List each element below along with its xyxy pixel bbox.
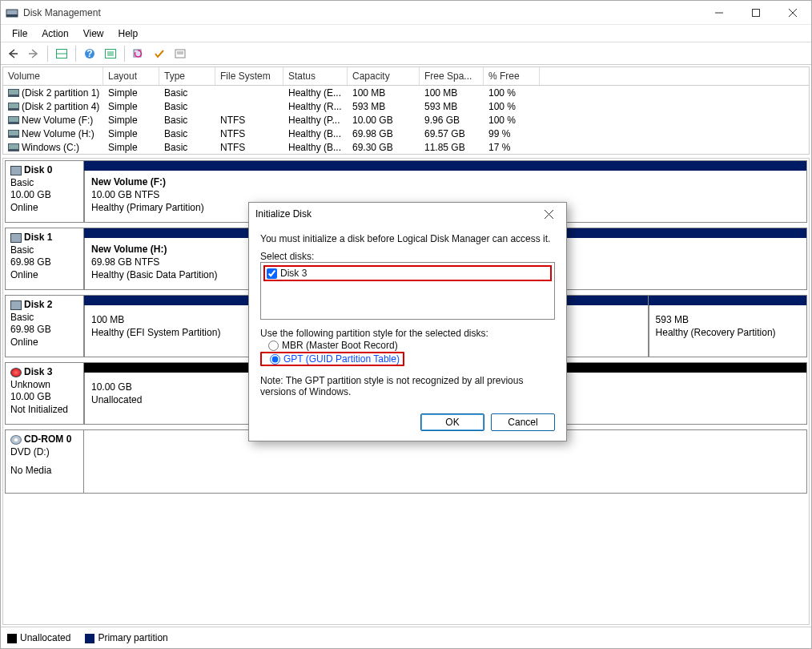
dialog-body: You must initialize a disk before Logica…: [249, 225, 566, 413]
view-split-icon[interactable]: [53, 45, 70, 62]
svg-text:?: ?: [86, 48, 92, 59]
dialog-title: Initialize Disk: [255, 208, 537, 220]
legend-unallocated: Unallocated: [7, 632, 70, 643]
disk-info: Disk 1Basic69.98 GBOnline: [6, 228, 84, 289]
dialog-close-button[interactable]: [537, 203, 560, 225]
disk-info: Disk 0Basic10.00 GBOnline: [6, 161, 84, 222]
svg-rect-3: [753, 9, 760, 16]
col-percent-free[interactable]: % Free: [484, 67, 540, 85]
minimize-button[interactable]: [701, 1, 738, 25]
menu-help[interactable]: Help: [112, 26, 145, 41]
check-icon[interactable]: [151, 45, 168, 62]
legend: Unallocated Primary partition: [1, 627, 811, 648]
legend-primary: Primary partition: [85, 632, 167, 643]
mbr-radio[interactable]: [268, 341, 279, 351]
col-capacity[interactable]: Capacity: [348, 67, 420, 85]
gpt-label: GPT (GUID Partition Table): [283, 353, 400, 365]
disk-info: CD-ROM 0DVD (D:)No Media: [6, 430, 84, 493]
settings-list-icon[interactable]: [102, 45, 119, 62]
partition[interactable]: 100 MBHealthy (EFI System Partition): [84, 305, 257, 357]
maximize-button[interactable]: [738, 1, 774, 25]
partition-style-label: Use the following partition style for th…: [260, 328, 555, 339]
titlebar: Disk Management: [1, 1, 811, 25]
dialog-buttons: OK Cancel: [249, 413, 566, 441]
gpt-option[interactable]: GPT (GUID Partition Table): [260, 352, 404, 366]
select-disks-label: Select disks:: [260, 251, 555, 262]
window-title: Disk Management: [23, 7, 701, 18]
svg-rect-1: [6, 14, 18, 17]
col-free-space[interactable]: Free Spa...: [420, 67, 484, 85]
dialog-note: Note: The GPT partition style is not rec…: [260, 375, 555, 397]
initialize-disk-dialog: Initialize Disk You must initialize a di…: [248, 202, 567, 441]
close-button[interactable]: [774, 1, 811, 25]
disk3-checkbox[interactable]: [267, 268, 277, 279]
forward-button[interactable]: [25, 45, 42, 62]
menubar: File Action View Help: [1, 25, 811, 42]
disk-info: Disk 2Basic69.98 GBOnline: [6, 296, 84, 357]
table-row[interactable]: (Disk 2 partition 4)SimpleBasicHealthy (…: [3, 99, 809, 113]
disk-info: Disk 3Unknown10.00 GBNot Initialized: [6, 363, 84, 424]
gpt-radio[interactable]: [270, 354, 280, 365]
dialog-message: You must initialize a disk before Logica…: [260, 233, 555, 244]
menu-view[interactable]: View: [77, 26, 111, 41]
disk-icon: [10, 166, 22, 175]
app-icon: [6, 6, 18, 19]
table-row[interactable]: Windows (C:)SimpleBasicNTFSHealthy (B...…: [3, 140, 809, 154]
disk-icon: [10, 233, 22, 243]
col-status[interactable]: Status: [283, 67, 348, 85]
grid-header: Volume Layout Type File System Status Ca…: [3, 67, 809, 86]
window-controls: [701, 1, 811, 25]
grid-body: (Disk 2 partition 1)SimpleBasicHealthy (…: [3, 86, 809, 154]
disk-icon: [10, 300, 22, 310]
mbr-label: MBR (Master Boot Record): [282, 340, 398, 351]
refresh-icon[interactable]: [130, 45, 147, 62]
toolbar: ?: [1, 42, 811, 65]
col-volume[interactable]: Volume: [3, 67, 103, 85]
ok-button[interactable]: OK: [420, 413, 484, 431]
col-type[interactable]: Type: [159, 67, 215, 85]
table-row[interactable]: New Volume (H:)SimpleBasicNTFSHealthy (B…: [3, 127, 809, 140]
col-layout[interactable]: Layout: [103, 67, 159, 85]
col-file-system[interactable]: File System: [215, 67, 283, 85]
mbr-option[interactable]: MBR (Master Boot Record): [268, 339, 555, 352]
help-icon[interactable]: ?: [81, 45, 98, 62]
menu-action[interactable]: Action: [35, 26, 74, 41]
disk-select-list[interactable]: Disk 3: [260, 262, 555, 320]
table-row[interactable]: New Volume (F:)SimpleBasicNTFSHealthy (P…: [3, 113, 809, 127]
properties-icon[interactable]: [171, 45, 189, 62]
disk-select-item[interactable]: Disk 3: [263, 265, 552, 281]
partition[interactable]: 593 MBHealthy (Recovery Partition): [649, 305, 806, 357]
dialog-titlebar: Initialize Disk: [249, 203, 566, 225]
table-row[interactable]: (Disk 2 partition 1)SimpleBasicHealthy (…: [3, 86, 809, 99]
back-button[interactable]: [4, 45, 22, 62]
disk3-label: Disk 3: [280, 268, 307, 279]
volume-grid: Volume Layout Type File System Status Ca…: [2, 67, 810, 155]
cancel-button[interactable]: Cancel: [491, 413, 555, 431]
warning-icon: [10, 368, 22, 377]
menu-file[interactable]: File: [6, 26, 34, 41]
